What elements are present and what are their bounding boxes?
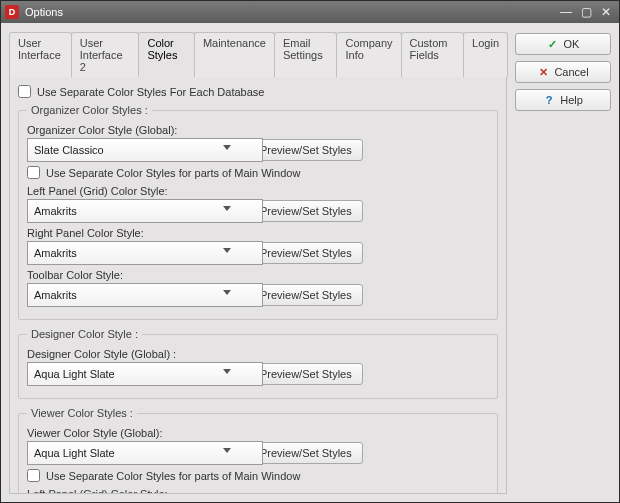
organizer-parts-checkbox-row: Use Separate Color Styles for parts of M… [27,166,489,179]
window-controls: — ▢ ✕ [557,5,615,19]
organizer-legend: Organizer Color Styles : [27,104,152,116]
organizer-left-preview-button[interactable]: Preview/Set Styles [249,200,363,222]
organizer-right-select[interactable] [27,241,263,265]
per-db-checkbox[interactable] [18,85,31,98]
organizer-global-preview-button[interactable]: Preview/Set Styles [249,139,363,161]
viewer-global-preview-button[interactable]: Preview/Set Styles [249,442,363,464]
organizer-toolbar-preview-button[interactable]: Preview/Set Styles [249,284,363,306]
ok-button-label: OK [564,38,580,50]
per-db-checkbox-row: Use Separate Color Styles For Each Datab… [18,85,498,98]
tab-user-interface-2[interactable]: User Interface 2 [71,32,140,77]
app-logo-icon: D [5,5,19,19]
options-window: D Options — ▢ ✕ User InterfaceUser Inter… [0,0,620,503]
viewer-left-label: Left Panel (Grid) Color Style: [27,488,489,494]
organizer-global-label: Organizer Color Style (Global): [27,124,489,136]
tab-panel-color-styles: Use Separate Color Styles For Each Datab… [9,77,507,494]
organizer-left-select[interactable] [27,199,263,223]
cancel-button[interactable]: Cancel [515,61,611,83]
tab-maintenance[interactable]: Maintenance [194,32,275,77]
viewer-parts-checkbox-row: Use Separate Color Styles for parts of M… [27,469,489,482]
per-db-checkbox-label: Use Separate Color Styles For Each Datab… [37,86,264,98]
viewer-legend: Viewer Color Styles : [27,407,137,419]
organizer-global-select-wrap [27,138,237,162]
viewer-global-select[interactable] [27,441,263,465]
designer-global-label: Designer Color Style (Global) : [27,348,489,360]
designer-global-preview-button[interactable]: Preview/Set Styles [249,363,363,385]
tab-company-info[interactable]: Company Info [336,32,401,77]
left-column: User InterfaceUser Interface 2Color Styl… [9,31,507,494]
organizer-parts-checkbox[interactable] [27,166,40,179]
cancel-button-label: Cancel [554,66,588,78]
help-button[interactable]: Help [515,89,611,111]
tab-email-settings[interactable]: Email Settings [274,32,338,77]
designer-group: Designer Color Style : Designer Color St… [18,328,498,399]
tab-custom-fields[interactable]: Custom Fields [401,32,465,77]
viewer-parts-checkbox[interactable] [27,469,40,482]
designer-global-select[interactable] [27,362,263,386]
organizer-parts-checkbox-label: Use Separate Color Styles for parts of M… [46,167,300,179]
maximize-button[interactable]: ▢ [577,5,595,19]
ok-button[interactable]: OK [515,33,611,55]
window-title: Options [25,6,557,18]
minimize-button[interactable]: — [557,5,575,19]
check-icon [547,38,559,50]
organizer-left-label: Left Panel (Grid) Color Style: [27,185,489,197]
viewer-parts-checkbox-label: Use Separate Color Styles for parts of M… [46,470,300,482]
designer-legend: Designer Color Style : [27,328,142,340]
tab-strip: User InterfaceUser Interface 2Color Styl… [9,31,507,77]
help-button-label: Help [560,94,583,106]
tab-login[interactable]: Login [463,32,508,77]
window-body: User InterfaceUser Interface 2Color Styl… [1,23,619,502]
tab-user-interface[interactable]: User Interface [9,32,72,77]
side-buttons: OK Cancel Help [515,31,611,494]
organizer-right-preview-button[interactable]: Preview/Set Styles [249,242,363,264]
viewer-group: Viewer Color Styles : Viewer Color Style… [18,407,498,494]
viewer-global-label: Viewer Color Style (Global): [27,427,489,439]
cross-icon [537,66,549,78]
organizer-global-select[interactable] [27,138,263,162]
organizer-group: Organizer Color Styles : Organizer Color… [18,104,498,320]
organizer-toolbar-label: Toolbar Color Style: [27,269,489,281]
tab-color-styles[interactable]: Color Styles [138,32,194,77]
organizer-toolbar-select[interactable] [27,283,263,307]
question-icon [543,94,555,106]
organizer-right-label: Right Panel Color Style: [27,227,489,239]
titlebar: D Options — ▢ ✕ [1,1,619,23]
close-button[interactable]: ✕ [597,5,615,19]
